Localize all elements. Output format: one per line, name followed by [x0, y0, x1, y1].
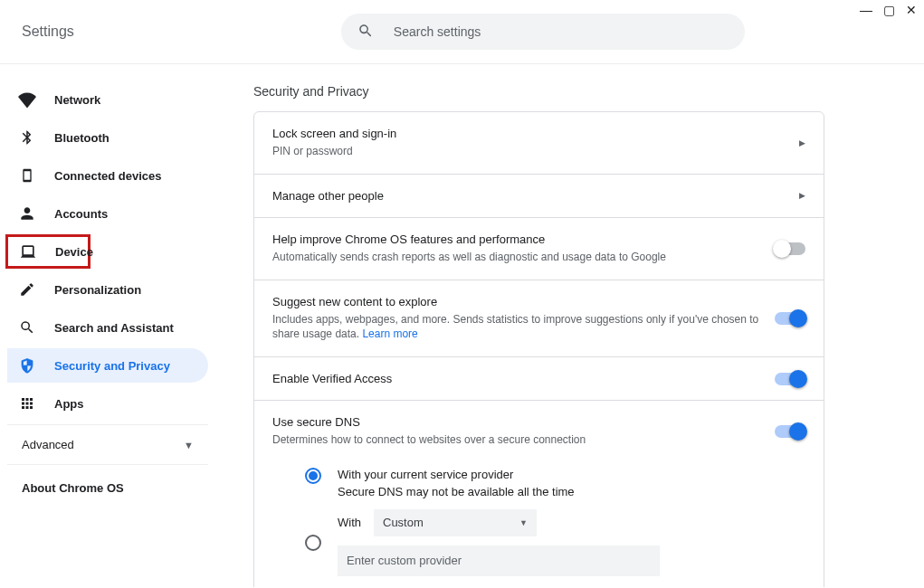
toggle-verified-access[interactable] — [775, 373, 805, 385]
dns-option-label: With — [338, 516, 361, 529]
row-sub: Automatically sends crash reports as wel… — [272, 250, 760, 265]
edit-icon — [18, 280, 36, 299]
wifi-icon — [18, 90, 36, 109]
header: Settings — [0, 0, 924, 63]
sidebar-item-search-assistant[interactable]: Search and Assistant — [7, 310, 208, 345]
chevron-right-icon: ▶ — [799, 191, 805, 200]
search-icon — [357, 23, 374, 42]
sidebar-item-label: Bluetooth — [54, 131, 110, 145]
row-sub: PIN or password — [272, 144, 785, 159]
row-manage-people[interactable]: Manage other people ▶ — [254, 175, 824, 218]
window-controls: — ▢ ✕ — [860, 4, 917, 16]
search-box[interactable] — [341, 14, 745, 50]
row-title: Help improve Chrome OS features and perf… — [272, 232, 760, 246]
row-title: Lock screen and sign-in — [272, 127, 785, 140]
settings-card: Lock screen and sign-in PIN or password … — [253, 111, 824, 587]
person-icon — [18, 204, 36, 223]
chevron-right-icon: ▶ — [799, 138, 805, 147]
sidebar-item-label: Security and Privacy — [54, 359, 170, 373]
toggle-suggest-content[interactable] — [775, 312, 805, 325]
radio-custom-provider[interactable] — [305, 535, 321, 551]
sidebar-item-label: Apps — [54, 397, 84, 411]
laptop-icon — [19, 242, 37, 261]
dns-provider-select[interactable]: Custom ▼ — [374, 509, 537, 536]
sidebar-item-accounts[interactable]: Accounts — [7, 196, 208, 231]
sidebar-item-connected-devices[interactable]: Connected devices — [7, 158, 208, 193]
sidebar-about[interactable]: About Chrome OS — [7, 465, 217, 511]
shield-icon — [18, 356, 36, 375]
sidebar-item-personalization[interactable]: Personalization — [7, 272, 208, 307]
section-title: Security and Privacy — [253, 84, 824, 99]
minimize-icon[interactable]: — — [860, 4, 872, 16]
sidebar-item-label: Network — [54, 93, 100, 107]
sidebar-item-device[interactable]: Device — [5, 234, 90, 269]
maximize-icon[interactable]: ▢ — [883, 4, 895, 16]
search-input[interactable] — [394, 24, 729, 39]
layout: Network Bluetooth Connected devices Acco… — [0, 64, 924, 587]
main-content: Security and Privacy Lock screen and sig… — [217, 64, 924, 587]
row-suggest-content: Suggest new content to explore Includes … — [254, 280, 824, 358]
search-small-icon — [18, 318, 36, 337]
sidebar-item-label: Search and Assistant — [54, 321, 174, 335]
sidebar-item-bluetooth[interactable]: Bluetooth — [7, 120, 208, 155]
toggle-secure-dns[interactable] — [775, 425, 805, 438]
row-title: Suggest new content to explore — [272, 295, 760, 308]
row-title: Manage other people — [272, 189, 785, 203]
radio-current-provider[interactable] — [305, 468, 321, 484]
sidebar-item-security[interactable]: Security and Privacy — [7, 348, 208, 383]
dns-option-custom[interactable]: With Custom ▼ — [305, 509, 805, 576]
sidebar-item-label: Personalization — [54, 283, 141, 297]
row-lock-screen[interactable]: Lock screen and sign-in PIN or password … — [254, 112, 824, 175]
apps-icon — [18, 394, 36, 413]
row-sub: Determines how to connect to websites ov… — [272, 432, 760, 448]
sidebar-item-apps[interactable]: Apps — [7, 386, 208, 421]
row-sub: Includes apps, webpages, and more. Sends… — [272, 312, 760, 343]
dns-options: With your current service provider Secur… — [254, 453, 824, 587]
row-title: Enable Verified Access — [272, 372, 760, 385]
row-verified-access: Enable Verified Access — [254, 357, 824, 401]
toggle-crash-reports[interactable] — [775, 242, 805, 255]
dns-custom-input[interactable] — [338, 545, 660, 576]
row-title: Use secure DNS — [272, 415, 760, 429]
page-title: Settings — [22, 24, 74, 40]
sidebar-item-label: Connected devices — [54, 169, 162, 183]
dns-option-current-provider[interactable]: With your current service provider Secur… — [305, 468, 805, 498]
phone-icon — [18, 166, 36, 185]
row-crash-reports: Help improve Chrome OS features and perf… — [254, 218, 824, 280]
row-secure-dns: Use secure DNS Determines how to connect… — [254, 401, 824, 453]
sidebar-item-label: Accounts — [54, 207, 108, 221]
sidebar-item-network[interactable]: Network — [7, 82, 208, 117]
bluetooth-icon — [18, 128, 36, 147]
learn-more-link[interactable]: Learn more — [362, 327, 417, 340]
chevron-down-icon: ▼ — [519, 518, 528, 527]
sidebar-advanced[interactable]: Advanced ▼ — [7, 424, 208, 465]
close-icon[interactable]: ✕ — [906, 4, 917, 16]
sidebar: Network Bluetooth Connected devices Acco… — [0, 64, 217, 587]
sidebar-item-label: Device — [55, 245, 93, 259]
select-value: Custom — [383, 516, 424, 529]
dns-option-sub: Secure DNS may not be available all the … — [338, 485, 575, 498]
advanced-label: Advanced — [22, 438, 74, 451]
divider — [0, 63, 924, 64]
chevron-down-icon: ▼ — [184, 440, 194, 450]
dns-option-label: With your current service provider — [338, 468, 575, 481]
